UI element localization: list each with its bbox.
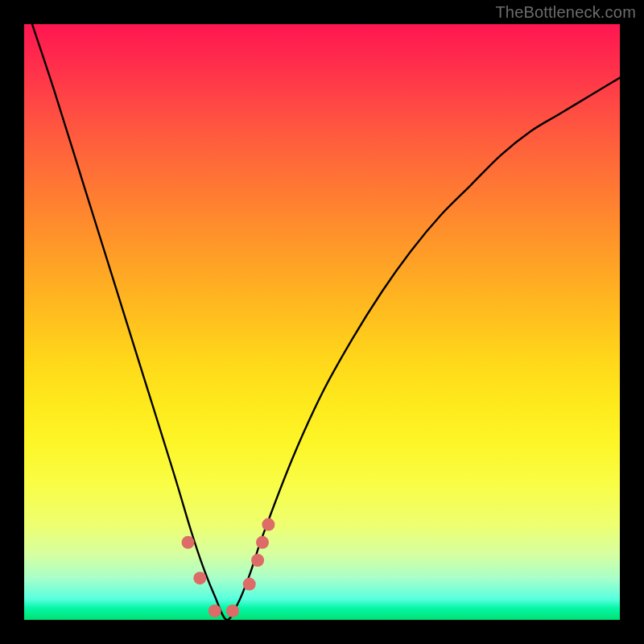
bottleneck-curve <box>24 24 620 620</box>
highlight-dot <box>208 605 221 617</box>
highlight-dot <box>256 536 269 549</box>
plot-area <box>24 24 620 620</box>
highlight-dot <box>226 605 239 617</box>
chart-frame: TheBottleneck.com <box>0 0 644 644</box>
highlight-dot <box>193 572 206 584</box>
highlight-dots <box>182 518 275 617</box>
highlight-dot <box>262 518 275 531</box>
highlight-dot <box>243 578 256 591</box>
watermark-text: TheBottleneck.com <box>495 3 636 22</box>
curve-layer <box>24 24 620 620</box>
highlight-dot <box>182 536 195 549</box>
highlight-dot <box>251 554 264 567</box>
